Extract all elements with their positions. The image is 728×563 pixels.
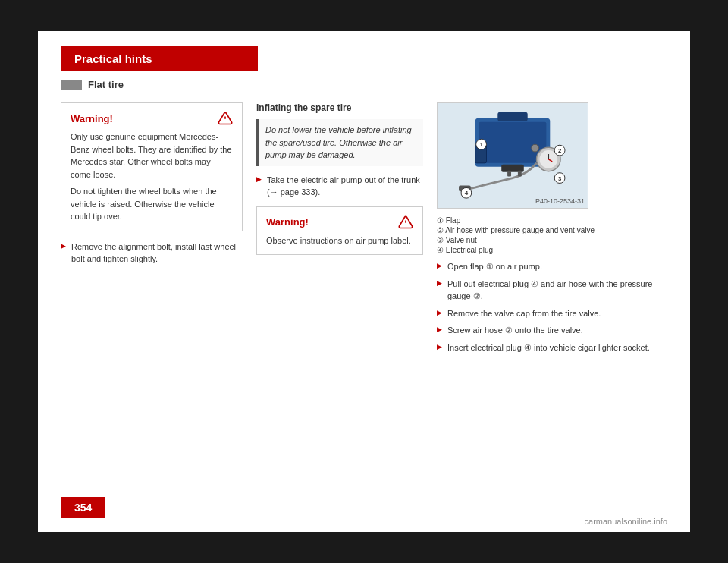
header-bar: Practical hints: [61, 46, 258, 71]
image-ref: P40-10-2534-31: [535, 197, 585, 205]
content-area: Warning! Only use genuine equipment Merc…: [61, 102, 667, 358]
header-title: Practical hints: [74, 52, 152, 65]
warning-title-1: Warning!: [71, 111, 233, 126]
warning-title-2: Warning!: [266, 215, 413, 230]
action-step-3: Remove the valve cap from the tire valve…: [437, 307, 667, 320]
svg-rect-7: [497, 112, 527, 121]
flat-tire-text: Flat tire: [88, 79, 124, 90]
action-list-pump-2: Open flap ① on air pump. Pull out electr…: [437, 260, 667, 354]
action-left: Remove the alignment bolt, install last …: [61, 241, 243, 266]
action-step-2: Pull out electrical plug ④ and air hose …: [437, 278, 667, 303]
page: Practical hints Flat tire Warning! Only …: [38, 31, 690, 532]
notice-text: Do not lower the vehicle before inflatin…: [265, 124, 417, 162]
warning-box-1: Warning! Only use genuine equipment Merc…: [61, 102, 243, 231]
warning-triangle-icon-2: [398, 215, 413, 230]
action-pump: Take the electric air pump out of the tr…: [256, 174, 423, 199]
action-step-5: Insert electrical plug ④ into vehicle ci…: [437, 341, 667, 354]
pump-label-3: ③ Valve nut: [437, 236, 667, 244]
pump-illustration: 1 2 3 4: [438, 103, 588, 208]
svg-text:1: 1: [479, 141, 483, 148]
left-column: Warning! Only use genuine equipment Merc…: [61, 102, 243, 358]
right-column: 1 2 3 4 P40-10-2534-31 ① Flap ② Air hose…: [437, 102, 667, 358]
flat-tire-box-icon: [61, 80, 82, 90]
warning-triangle-icon: [218, 111, 233, 126]
action-step-1: Open flap ① on air pump.: [437, 260, 667, 273]
pump-caption: ① Flap ② Air hose with pressure gauge an…: [437, 216, 667, 254]
pump-image-box: 1 2 3 4 P40-10-2534-31: [437, 102, 588, 209]
page-number: 354: [61, 497, 105, 518]
action-list-pump-1: Take the electric air pump out of the tr…: [256, 174, 423, 199]
pump-label-4: ④ Electrical plug: [437, 246, 667, 254]
warning-text-1: Only use genuine equipment Mercedes-Benz…: [71, 131, 233, 223]
svg-text:4: 4: [465, 190, 469, 197]
pump-label-2: ② Air hose with pressure gauge and vent …: [437, 226, 667, 234]
notice-box: Do not lower the vehicle before inflatin…: [256, 119, 423, 166]
warning-text-2: Observe instructions on air pump label.: [266, 234, 413, 247]
watermark: carmanualsoniline.info: [585, 517, 667, 526]
inflating-title: Inflating the spare tire: [256, 102, 423, 113]
svg-rect-16: [518, 171, 522, 177]
flat-tire-label: Flat tire: [61, 79, 667, 90]
svg-rect-15: [507, 171, 511, 177]
svg-point-17: [532, 144, 539, 152]
svg-text:3: 3: [558, 175, 562, 182]
middle-column: Inflating the spare tire Do not lower th…: [256, 102, 423, 358]
svg-rect-6: [479, 122, 547, 163]
warning-box-2: Warning! Observe instructions on air pum…: [256, 206, 423, 256]
svg-text:2: 2: [558, 147, 562, 154]
action-step-4: Screw air hose ② onto the tire valve.: [437, 324, 667, 337]
pump-label-1: ① Flap: [437, 216, 667, 225]
